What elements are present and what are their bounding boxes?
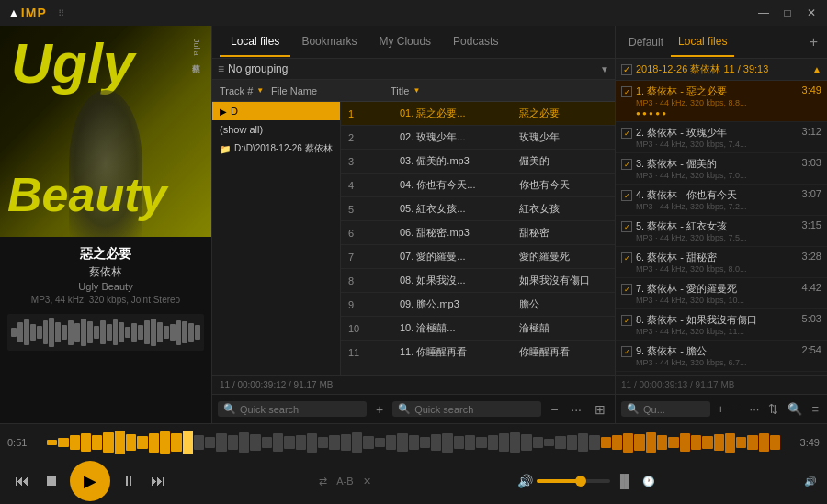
playlist-item-checkbox[interactable]: ✓	[621, 159, 632, 170]
tab-podcasts[interactable]: Podcasts	[442, 28, 509, 57]
playlist-item-checkbox[interactable]: ✓	[621, 346, 632, 357]
list-item[interactable]: ✓ 2. 蔡依林 - 玫瑰少年 MP3 · 44 kHz, 320 kbps, …	[616, 122, 827, 153]
list-item[interactable]: ✓ 9. 蔡依林 - 膽公 MP3 · 44 kHz, 320 kbps, 6.…	[616, 341, 827, 372]
sort-title-icon: ▼	[413, 86, 420, 95]
volume-slider[interactable]	[537, 479, 610, 483]
right-tab-default[interactable]: Default	[621, 28, 671, 56]
waveform[interactable]	[7, 314, 204, 351]
table-row[interactable]: 6 06. 甜秘密.mp3 甜秘密	[341, 221, 615, 245]
right-add-button[interactable]: +	[714, 400, 727, 418]
stop-button[interactable]: ⏹	[37, 466, 66, 496]
list-item[interactable]: ✓ 4. 蔡依林 - 你也有今天 MP3 · 44 kHz, 320 kbps,…	[616, 185, 827, 216]
track-album: Ugly Beauty	[9, 281, 202, 292]
right-sort-button[interactable]: ⇅	[765, 400, 781, 418]
prev-button[interactable]: ⏮	[7, 466, 37, 496]
pause-button[interactable]: ⏸	[114, 466, 143, 496]
quick-search-input-1[interactable]	[240, 404, 361, 415]
table-row[interactable]: 10 10. 淪極囍... 淪極囍	[341, 317, 615, 341]
list-item[interactable]: ✓ 5. 蔡依林 - 紅衣女孩 MP3 · 44 kHz, 320 kbps, …	[616, 216, 827, 247]
next-button[interactable]: ⏭	[143, 466, 173, 496]
right-more-button[interactable]: ···	[747, 400, 763, 418]
right-minus-button[interactable]: −	[731, 400, 743, 418]
progress-track[interactable]	[47, 429, 780, 456]
grouping-bar[interactable]: ≡ No grouping ▼	[212, 59, 615, 80]
more-button[interactable]: ···	[567, 400, 585, 419]
clock-button[interactable]: 🕐	[640, 474, 658, 489]
ab-repeat-button[interactable]: A-B	[334, 474, 356, 488]
tab-local-files[interactable]: Local files	[220, 28, 290, 57]
folder-path-icon: 📁	[220, 144, 231, 154]
table-row[interactable]: 11 11. 你睡醒再看 你睡醒再看	[341, 341, 615, 364]
file-list-header: Track # ▼ File Name Title ▼	[212, 80, 615, 102]
header-track[interactable]: Track # ▼	[212, 85, 267, 96]
folder-d-icon: ▶	[220, 106, 227, 117]
right-search-toggle[interactable]: 🔍	[785, 400, 805, 418]
folder-item-d[interactable]: ▶ D	[212, 102, 340, 120]
maximize-button[interactable]: □	[779, 5, 796, 21]
table-row[interactable]: 5 05. 紅衣女孩... 紅衣女孩	[341, 197, 615, 221]
playlist-item-checkbox[interactable]: ✓	[621, 252, 632, 263]
header-title[interactable]: Title ▼	[387, 85, 615, 96]
tab-my-clouds[interactable]: My Clouds	[368, 28, 442, 57]
header-filename[interactable]: File Name	[267, 85, 387, 96]
playlist-item-checkbox[interactable]: ✓	[621, 86, 632, 97]
titlebar: ▲IMP ⠿ — □ ✕	[0, 0, 827, 26]
table-row[interactable]: 2 02. 玫瑰少年... 玫瑰少年	[341, 126, 615, 150]
folder-item-path[interactable]: 📁 D:\D\2018-12-26 蔡依林	[212, 139, 340, 159]
right-panel: Default Local files + ✓ 2018-12-26 蔡依林 1…	[616, 26, 827, 423]
track-list: 1 01. 惡之必要... 惡之必要 2 02. 玫瑰少年... 玫瑰少年 3 …	[341, 102, 615, 375]
playlist-header-checkbox[interactable]: ✓	[621, 64, 632, 75]
app-logo: ▲IMP	[7, 6, 47, 20]
right-search-input[interactable]	[643, 404, 705, 415]
shuffle-button[interactable]: ⇄	[316, 474, 330, 489]
table-row[interactable]: 9 09. 膽公.mp3 膽公	[341, 293, 615, 317]
playlist-item-checkbox[interactable]: ✓	[621, 190, 632, 201]
waveform-bars	[7, 314, 204, 351]
add-playlist-button[interactable]: +	[806, 30, 821, 54]
minus-button[interactable]: −	[547, 400, 561, 419]
quick-search-box-2[interactable]: 🔍	[392, 401, 541, 417]
list-item[interactable]: ✓ 8. 蔡依林 - 如果我沒有傷口 MP3 · 44 kHz, 320 kbp…	[616, 309, 827, 341]
table-row[interactable]: 1 01. 惡之必要... 惡之必要	[341, 102, 615, 126]
grouping-dropdown-icon: ▼	[600, 64, 609, 74]
playlist-item-checkbox[interactable]: ✓	[621, 284, 632, 295]
tab-bookmarks[interactable]: Bookmarks	[290, 28, 368, 57]
crossfade-button[interactable]: ✕	[360, 474, 374, 489]
list-item[interactable]: ✓ 7. 蔡依林 - 愛的羅曼死 MP3 · 44 kHz, 320 kbps,…	[616, 278, 827, 309]
add-button[interactable]: +	[372, 400, 387, 419]
playlist-item-checkbox[interactable]: ✓	[621, 221, 632, 232]
list-item[interactable]: ✓ 1. 蔡依林 - 惡之必要 MP3 · 44 kHz, 320 kbps, …	[616, 81, 827, 122]
volume-knob[interactable]	[575, 476, 586, 487]
folder-item-show-all[interactable]: (show all)	[212, 120, 340, 139]
table-row[interactable]: 7 07. 愛的羅曼... 愛的羅曼死	[341, 245, 615, 269]
right-menu-button[interactable]: ≡	[809, 400, 821, 418]
list-item[interactable]: ✓ 3. 蔡依林 - 倔美的 MP3 · 44 kHz, 320 kbps, 7…	[616, 153, 827, 185]
quick-search-box-1[interactable]: 🔍	[218, 401, 367, 417]
table-row[interactable]: 3 03. 倔美的.mp3 倔美的	[341, 150, 615, 174]
search-icon-1: 🔍	[223, 403, 236, 415]
file-list-footer: 11 / 00:00:39:12 / 91.17 MB	[212, 375, 615, 394]
file-browser: ▶ D (show all) 📁 D:\D\2018-12-26 蔡依林 1 0…	[212, 102, 615, 375]
playlist-item-checkbox[interactable]: ✓	[621, 128, 632, 139]
right-search-box[interactable]: 🔍	[621, 401, 710, 417]
grouping-icon: ≡	[218, 62, 224, 75]
play-button[interactable]: ▶	[70, 461, 110, 501]
right-tab-local-files[interactable]: Local files	[671, 28, 734, 57]
quick-search-input-2[interactable]	[414, 404, 536, 415]
right-tabs: Default Local files +	[616, 26, 827, 59]
playlist-item-checkbox[interactable]: ✓	[621, 315, 632, 326]
window-controls: — □ ✕	[755, 5, 820, 21]
volume-control: 🔊	[517, 474, 610, 488]
grid-button[interactable]: ⊞	[591, 400, 609, 419]
equalizer-button[interactable]: ▐▌	[616, 474, 634, 488]
center-panel: Local files Bookmarks My Clouds Podcasts…	[211, 26, 616, 423]
album-art-text-ugly: Ugly	[11, 35, 134, 92]
table-row[interactable]: 8 08. 如果我沒... 如果我沒有傷口	[341, 269, 615, 293]
album-subtitle: Julia 蔡依林	[190, 39, 202, 58]
list-item[interactable]: ✓ 6. 蔡依林 - 甜秘密 MP3 · 44 kHz, 320 kbps, 8…	[616, 247, 827, 278]
center-search-bar: 🔍 + 🔍 − ··· ⊞	[212, 394, 615, 423]
close-button[interactable]: ✕	[803, 5, 820, 21]
minimize-button[interactable]: —	[755, 5, 772, 21]
playlist-header-text: 2018-12-26 蔡依林 11 / 39:13	[636, 62, 809, 76]
table-row[interactable]: 4 04. 你也有今天... 你也有今天	[341, 174, 615, 197]
